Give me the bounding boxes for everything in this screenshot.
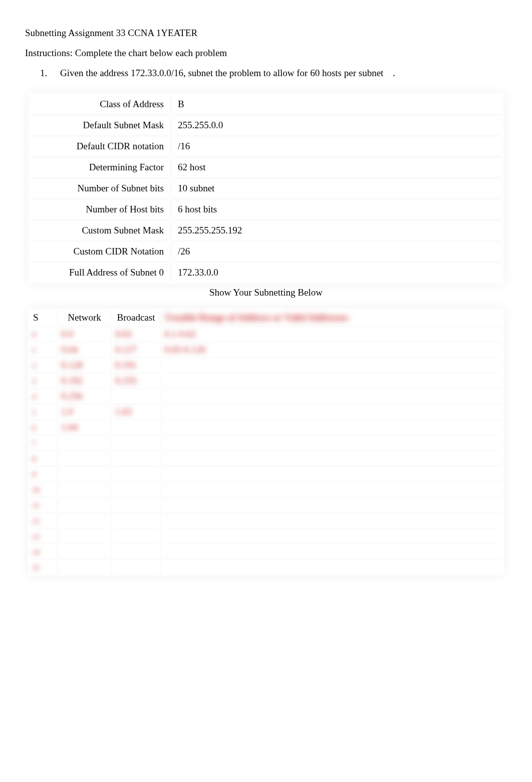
cell-s-value: 13 xyxy=(32,533,40,541)
info-row: Number of Host bits6 host bits xyxy=(30,200,502,219)
instructions: Instructions: Complete the chart below e… xyxy=(25,48,507,59)
header-broadcast: Broadcast xyxy=(112,310,160,326)
cell-broadcast xyxy=(112,560,160,574)
cell-network xyxy=(58,451,111,465)
cell-broadcast xyxy=(112,420,160,434)
cell-range xyxy=(161,374,503,388)
cell-network xyxy=(58,513,111,528)
info-value: 62 host xyxy=(172,158,502,177)
info-label: Number of Host bits xyxy=(30,200,170,219)
table-row: 13 xyxy=(29,529,503,543)
cell-s: 10 xyxy=(29,482,57,496)
cell-s-value: 7 xyxy=(32,439,36,447)
cell-range xyxy=(161,358,503,372)
cell-range xyxy=(161,389,503,403)
work-table: S Network Broadcast Useable Range of Add… xyxy=(28,308,504,576)
cell-broadcast-value: 0.191 xyxy=(115,360,137,370)
cell-range xyxy=(161,436,503,450)
cell-range xyxy=(161,405,503,419)
cell-s-value: 9 xyxy=(32,470,36,478)
cell-network: 0.0 xyxy=(58,327,111,341)
cell-broadcast xyxy=(112,436,160,450)
info-value: 255.255.255.192 xyxy=(172,221,502,240)
table-row: 20.1280.191 xyxy=(29,358,503,372)
cell-network xyxy=(58,436,111,450)
cell-broadcast xyxy=(112,545,160,559)
cell-broadcast-value: 1.63 xyxy=(115,406,132,417)
cell-network: 0.192 xyxy=(58,374,111,388)
show-work-heading: Show Your Subnetting Below xyxy=(25,287,507,298)
table-row: 15 xyxy=(29,560,503,574)
cell-network xyxy=(58,560,111,574)
table-row: 30.1920.255 xyxy=(29,374,503,388)
info-row: Default Subnet Mask255.255.0.0 xyxy=(30,116,502,135)
table-row: 61.64 xyxy=(29,420,503,434)
cell-s: 2 xyxy=(29,358,57,372)
page-title: Subnetting Assignment 33 CCNA 1YEATER xyxy=(25,28,507,39)
cell-s: 5 xyxy=(29,405,57,419)
cell-s: 0 xyxy=(29,327,57,341)
cell-broadcast-value: 0.63 xyxy=(115,329,132,339)
info-table: Class of AddressBDefault Subnet Mask255.… xyxy=(28,93,504,284)
info-value: 10 subnet xyxy=(172,179,502,198)
problem-statement: 1. Given the address 172.33.0.0/16, subn… xyxy=(25,68,507,79)
table-row: 9 xyxy=(29,467,503,481)
info-value: B xyxy=(172,95,502,114)
info-value: /26 xyxy=(172,242,502,261)
cell-network-value: 1.64 xyxy=(61,422,78,432)
info-table-container: Class of AddressBDefault Subnet Mask255.… xyxy=(25,93,507,284)
cell-s: 8 xyxy=(29,451,57,465)
info-value: 6 host bits xyxy=(172,200,502,219)
info-row: Default CIDR notation/16 xyxy=(30,137,502,156)
table-row: 14 xyxy=(29,545,503,559)
cell-s: 15 xyxy=(29,560,57,574)
cell-network xyxy=(58,467,111,481)
cell-s: 11 xyxy=(29,498,57,512)
table-row: 11 xyxy=(29,498,503,512)
cell-s-value: 2 xyxy=(32,362,36,370)
info-row: Determining Factor62 host xyxy=(30,158,502,177)
info-label: Number of Subnet bits xyxy=(30,179,170,198)
cell-broadcast xyxy=(112,498,160,512)
cell-range xyxy=(161,482,503,496)
table-row: 40.256 xyxy=(29,389,503,403)
cell-s-value: 1 xyxy=(32,346,36,354)
problem-number: 1. xyxy=(40,68,50,79)
cell-s: 6 xyxy=(29,420,57,434)
problem-text: Given the address 172.33.0.0/16, subnet … xyxy=(60,68,395,79)
cell-network: 1.0 xyxy=(58,405,111,419)
cell-s: 13 xyxy=(29,529,57,543)
cell-s: 3 xyxy=(29,374,57,388)
cell-range xyxy=(161,529,503,543)
header-range: Useable Range of Address or Valid Addres… xyxy=(161,310,503,326)
info-label: Custom CIDR Notation xyxy=(30,242,170,261)
cell-s: 14 xyxy=(29,545,57,559)
cell-broadcast: 0.191 xyxy=(112,358,160,372)
info-row: Custom Subnet Mask255.255.255.192 xyxy=(30,221,502,240)
cell-broadcast xyxy=(112,451,160,465)
cell-s-value: 4 xyxy=(32,393,36,401)
cell-range xyxy=(161,560,503,574)
info-label: Class of Address xyxy=(30,95,170,114)
info-value: /16 xyxy=(172,137,502,156)
cell-network: 0.256 xyxy=(58,389,111,403)
info-label: Custom Subnet Mask xyxy=(30,221,170,240)
cell-s-value: 8 xyxy=(32,455,36,463)
cell-broadcast xyxy=(112,529,160,543)
cell-s-value: 0 xyxy=(32,331,36,339)
info-row: Custom CIDR Notation/26 xyxy=(30,242,502,261)
cell-s: 4 xyxy=(29,389,57,403)
cell-broadcast-value: 0.127 xyxy=(115,344,137,355)
cell-s-value: 3 xyxy=(32,377,36,385)
cell-s: 9 xyxy=(29,467,57,481)
info-row: Number of Subnet bits10 subnet xyxy=(30,179,502,198)
cell-broadcast: 0.127 xyxy=(112,343,160,357)
cell-network xyxy=(58,529,111,543)
cell-network: 0.128 xyxy=(58,358,111,372)
cell-broadcast xyxy=(112,467,160,481)
header-network: Network xyxy=(58,310,111,326)
cell-broadcast xyxy=(112,513,160,528)
cell-broadcast: 1.63 xyxy=(112,405,160,419)
cell-broadcast xyxy=(112,482,160,496)
table-row: 12 xyxy=(29,513,503,528)
